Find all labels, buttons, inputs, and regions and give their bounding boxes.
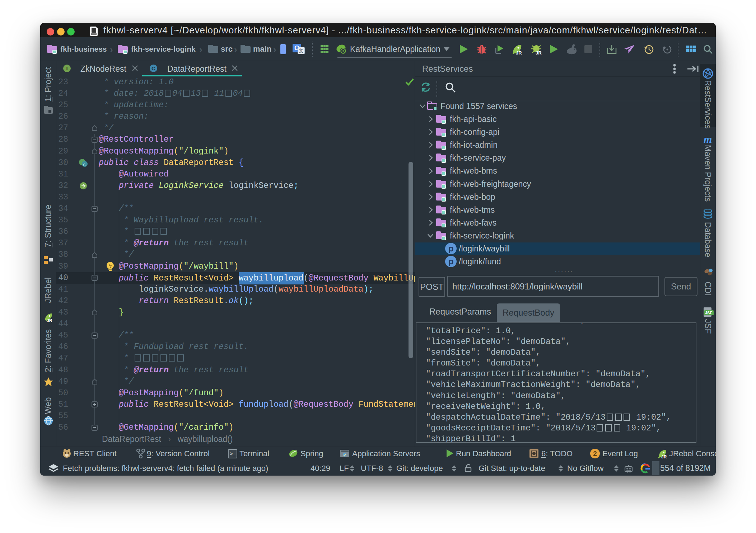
svg-text:JR: JR: [661, 454, 667, 459]
svg-text:JR: JR: [536, 50, 542, 55]
svg-text:c: c: [83, 162, 86, 167]
svg-text:JR: JR: [516, 50, 522, 55]
